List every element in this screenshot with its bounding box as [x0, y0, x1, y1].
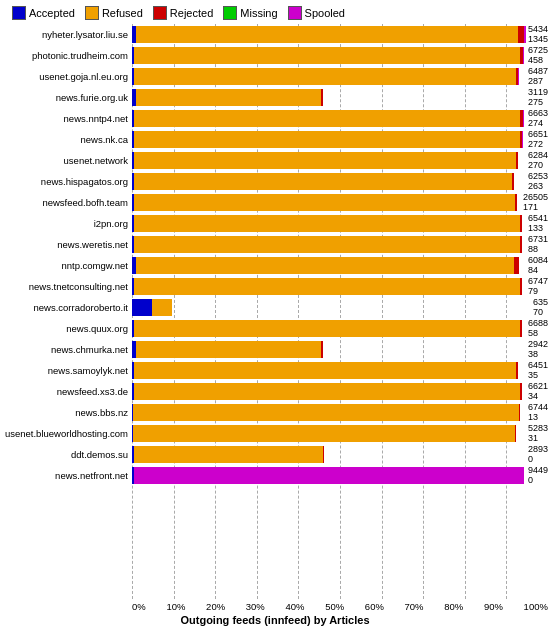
y-label: ddt.demos.su [2, 444, 132, 465]
bar-value-label: 6284270 [528, 151, 548, 171]
bar-value-label: 6487287 [528, 67, 548, 87]
bar-segment-refused [134, 236, 520, 253]
bar-label-bot: 38 [528, 350, 548, 360]
bar-value-label: 63570 [533, 298, 548, 318]
bar-segment-spooled [523, 47, 524, 64]
bar-track [132, 89, 526, 106]
bar-segment-rejected [520, 320, 522, 337]
bar-segment-refused [152, 299, 172, 316]
bar-label-bot: 34 [528, 392, 548, 402]
bar-segment-spooled [518, 68, 519, 85]
y-label: news.samoylyk.net [2, 360, 132, 381]
bars-area: 5434134567254586487287311927566632746651… [132, 24, 548, 599]
bar-segment-refused [136, 26, 518, 43]
bar-segment-refused [134, 47, 520, 64]
y-label: nyheter.lysator.liu.se [2, 24, 132, 45]
bar-label-bot: 0 [528, 455, 548, 465]
y-label: news.corradoroberto.it [2, 297, 132, 318]
bar-segment-rejected [520, 278, 522, 295]
bar-segment-rejected [519, 404, 520, 421]
bar-segment-rejected [515, 425, 516, 442]
bar-value-label: 3119275 [528, 88, 548, 108]
bar-row: 6725458 [132, 45, 548, 66]
bar-segment-spooled [524, 26, 526, 43]
y-label: i2pn.org [2, 213, 132, 234]
bar-track [132, 278, 526, 295]
bar-row: 94490 [132, 465, 548, 486]
accepted-label: Accepted [29, 7, 75, 19]
bar-row: 608484 [132, 255, 548, 276]
x-axis-labels: 0%10%20%30%40%50%60%70%80%90%100% [132, 599, 548, 612]
bar-row: 673188 [132, 234, 548, 255]
bar-segment-rejected [516, 362, 518, 379]
y-label: newsfeed.xs3.de [2, 381, 132, 402]
refused-box [85, 6, 99, 20]
bar-value-label: 674413 [528, 403, 548, 423]
bar-track [132, 68, 526, 85]
bar-label-bot: 58 [528, 329, 548, 339]
bar-value-label: 528331 [528, 424, 548, 444]
x-axis-label: 20% [206, 601, 225, 612]
bar-segment-refused [133, 404, 519, 421]
rejected-label: Rejected [170, 7, 213, 19]
bar-value-label: 28930 [528, 445, 548, 465]
bar-value-label: 94490 [528, 466, 548, 486]
bar-row: 28930 [132, 444, 548, 465]
bar-row: 3119275 [132, 87, 548, 108]
x-axis-label: 30% [246, 601, 265, 612]
x-axis-label: 60% [365, 601, 384, 612]
bar-segment-refused [134, 194, 515, 211]
chart-container: Accepted Refused Rejected Missing Spoole… [0, 0, 550, 630]
bar-row: 6487287 [132, 66, 548, 87]
bar-segment-rejected [520, 236, 522, 253]
bar-value-label: 6651272 [528, 130, 548, 150]
x-axis-label: 10% [166, 601, 185, 612]
x-axis-spacer [2, 599, 132, 612]
y-label: newsfeed.bofh.team [2, 192, 132, 213]
bar-segment-rejected [323, 446, 324, 463]
bar-segment-refused [134, 215, 520, 232]
bar-row: 6284270 [132, 150, 548, 171]
bar-label-bot: 84 [528, 266, 548, 276]
bar-track [132, 404, 526, 421]
bar-track [132, 383, 526, 400]
missing-label: Missing [240, 7, 277, 19]
bar-label-bot: 1345 [528, 35, 548, 45]
legend-refused: Refused [85, 6, 143, 20]
bar-track [132, 173, 526, 190]
bar-row: 63570 [132, 297, 548, 318]
bar-row: 54341345 [132, 24, 548, 45]
bar-value-label: 6663274 [528, 109, 548, 129]
missing-box [223, 6, 237, 20]
bar-segment-spooled [523, 110, 524, 127]
bar-label-bot: 35 [528, 371, 548, 381]
bar-value-label: 26505171 [523, 193, 548, 213]
bar-segment-refused [136, 257, 514, 274]
bar-segment-accepted [132, 299, 152, 316]
bar-value-label: 673188 [528, 235, 548, 255]
refused-label: Refused [102, 7, 143, 19]
bar-segment-rejected [520, 215, 522, 232]
bar-label-bot: 272 [528, 140, 548, 150]
bar-label-bot: 31 [528, 434, 548, 444]
bar-segment-refused [133, 425, 515, 442]
legend: Accepted Refused Rejected Missing Spoole… [2, 4, 548, 24]
bar-segment-rejected [514, 257, 519, 274]
accepted-box [12, 6, 26, 20]
y-label: usenet.blueworldhosting.com [2, 423, 132, 444]
bar-track [132, 47, 526, 64]
bar-track [132, 110, 526, 127]
bar-track [132, 320, 526, 337]
bar-value-label: 608484 [528, 256, 548, 276]
y-label: news.netfront.net [2, 465, 132, 486]
bars-content: 5434134567254586487287311927566632746651… [132, 24, 548, 599]
bar-segment-rejected [520, 383, 522, 400]
bar-segment-refused [134, 320, 520, 337]
bar-track [132, 26, 526, 43]
bar-track [132, 425, 526, 442]
x-axis-label: 80% [444, 601, 463, 612]
y-label: news.chmurka.net [2, 339, 132, 360]
bar-track [132, 257, 526, 274]
bar-track [132, 341, 526, 358]
bar-track [132, 467, 526, 484]
